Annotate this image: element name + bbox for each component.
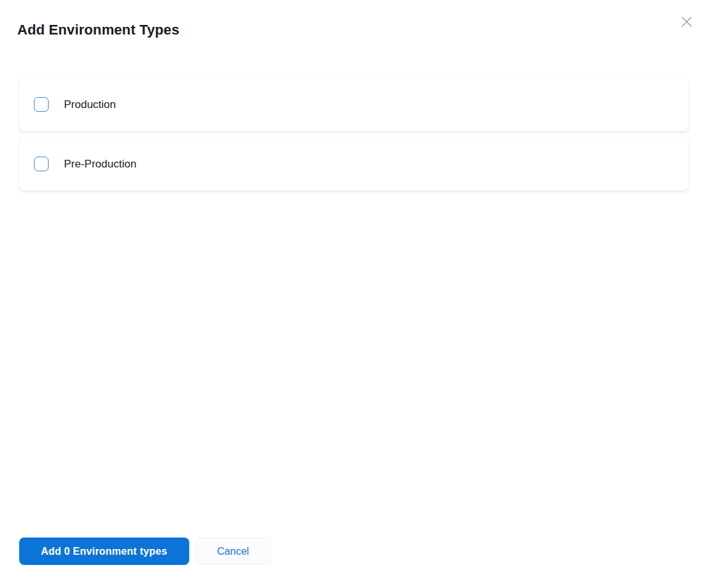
close-button[interactable] [678,13,696,31]
list-item-pre-production[interactable]: Pre-Production [19,137,689,190]
pre-production-checkbox[interactable] [34,157,49,171]
add-environment-types-button[interactable]: Add 0 Environment types [19,538,189,565]
list-item-production[interactable]: Production [19,78,689,131]
add-environment-types-dialog: Add Environment Types Production Pre-Pro… [0,0,711,588]
environment-type-list: Production Pre-Production [19,78,689,197]
cancel-button[interactable]: Cancel [196,538,271,565]
dialog-title: Add Environment Types [17,22,180,38]
production-checkbox[interactable] [34,97,49,112]
dialog-footer: Add 0 Environment types Cancel [19,538,270,565]
env-type-label: Production [64,98,116,111]
env-type-label: Pre-Production [64,158,136,171]
close-icon [680,15,694,29]
